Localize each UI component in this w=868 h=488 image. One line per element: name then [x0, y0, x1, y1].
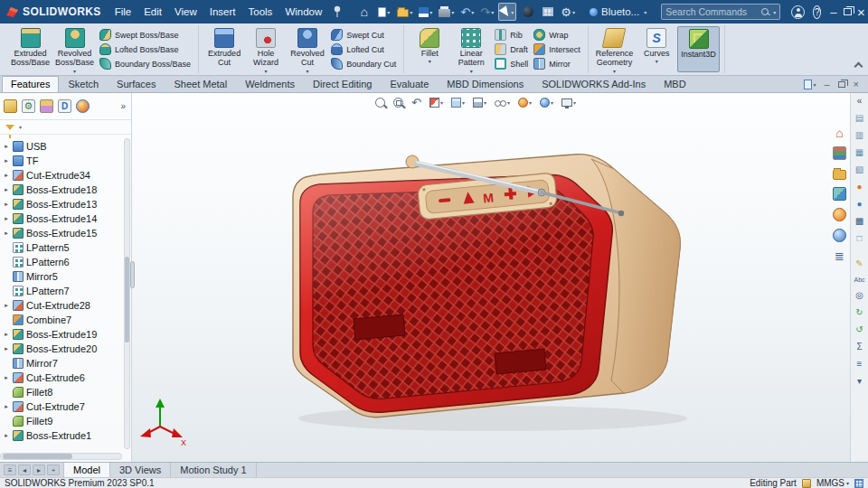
mirror-button[interactable]: Mirror	[533, 58, 580, 70]
tree-item-lpattern6[interactable]: LPattern6	[3, 255, 129, 269]
tree-filter-row[interactable]: ▾	[0, 120, 131, 135]
tree-item-tf[interactable]: ▸TF	[3, 154, 129, 168]
file-properties-button[interactable]	[539, 3, 556, 21]
tree-item-boss-extrude13[interactable]: ▸Boss-Extrude13	[3, 197, 129, 211]
chevron-down-icon[interactable]: ▾	[857, 377, 862, 386]
graphics-area[interactable]: M X ↶▾▾▾▾▾▾▾ ⚙D»	[0, 93, 868, 462]
boundary-boss-base-button[interactable]: Boundary Boss/Base	[99, 58, 191, 70]
restore-button[interactable]	[840, 0, 854, 23]
doc-close-button[interactable]: ×	[854, 80, 859, 89]
menu-edit[interactable]: Edit	[137, 3, 168, 21]
extruded-boss-base-button[interactable]: Extruded Boss/Base	[8, 26, 52, 72]
select-button[interactable]: ▾	[498, 3, 516, 21]
tree-item-usb[interactable]: ▸USB	[3, 139, 129, 154]
apply-scene-icon[interactable]: ▾	[540, 98, 553, 108]
scrollbar-thumb[interactable]	[3, 454, 72, 459]
search-input[interactable]	[665, 6, 760, 17]
previous-view-icon[interactable]: ↶	[411, 97, 421, 108]
magnifier-icon[interactable]: ◎	[855, 291, 863, 300]
tree-item-fillet9[interactable]: Fillet9	[3, 414, 129, 428]
help-icon[interactable]: ?	[813, 5, 821, 19]
menu-view[interactable]: View	[168, 3, 203, 21]
undo-button[interactable]: ↶▾	[458, 3, 476, 21]
tree-item-boss-extrude15[interactable]: ▸Boss-Extrude15	[3, 226, 129, 240]
menu-file[interactable]: File	[108, 3, 138, 21]
edit-appearance-icon[interactable]: ▾	[518, 98, 532, 108]
tab-direct-editing[interactable]: Direct Editing	[304, 76, 381, 92]
pin-icon[interactable]	[333, 5, 342, 18]
tree-item-lpattern7[interactable]: LPattern7	[3, 284, 129, 298]
revolved-cut-button[interactable]: Revolved Cut▾	[287, 26, 328, 72]
file-explorer-icon[interactable]	[833, 167, 846, 180]
grid-icon[interactable]: ▦	[855, 148, 863, 157]
linear-pattern-button[interactable]: Linear Pattern▾	[450, 26, 492, 72]
table-icon[interactable]: ▩	[855, 217, 863, 226]
draft-button[interactable]: Draft	[495, 43, 528, 56]
section-view-icon[interactable]: ▾	[429, 98, 443, 108]
wrap-button[interactable]: Wrap	[533, 29, 580, 42]
list-icon[interactable]: ≡	[857, 360, 863, 369]
configurationmanager-tab-icon[interactable]	[40, 99, 53, 113]
tab-features[interactable]: Features	[2, 76, 59, 92]
hole-wizard-button[interactable]: Hole Wizard▾	[245, 26, 287, 72]
tree-item-fillet8[interactable]: Fillet8	[3, 385, 129, 399]
rib-button[interactable]: Rib	[495, 29, 528, 42]
collapse-strip-icon[interactable]: «	[857, 96, 863, 106]
tab-scroll-right-icon[interactable]: ▸	[33, 465, 45, 475]
tab-surfaces[interactable]: Surfaces	[108, 76, 165, 92]
tab-sheet-metal[interactable]: Sheet Metal	[165, 76, 236, 92]
intersect-button[interactable]: Intersect	[533, 43, 580, 56]
custom-properties-icon[interactable]: ≣	[833, 249, 846, 263]
rebuild-button[interactable]	[519, 3, 536, 21]
doc-minimize-button[interactable]: –	[824, 80, 829, 89]
print-button[interactable]: ▾	[437, 3, 456, 21]
tree-item-mirror7[interactable]: Mirror7	[3, 356, 129, 371]
tree-vertical-scrollbar[interactable]	[124, 138, 130, 449]
units-selector[interactable]: MMGS ▾	[816, 479, 849, 488]
display-style-icon[interactable]: ▾	[473, 98, 486, 108]
tree-item-cut-extrude34[interactable]: ▸Cut-Extrude34	[3, 168, 129, 183]
propertymanager-tab-icon[interactable]: ⚙	[22, 99, 35, 113]
chart-icon[interactable]: ▧	[855, 165, 863, 174]
hide-show-items-icon[interactable]: ▾	[495, 99, 510, 106]
save-button[interactable]: ▾	[417, 3, 434, 21]
tree-item-mirror5[interactable]: Mirror5	[3, 269, 129, 284]
scrollbar-thumb[interactable]	[125, 257, 129, 343]
bluetooth-menu[interactable]: Blueto... ▾	[590, 6, 646, 17]
tree-item-lpattern5[interactable]: LPattern5	[3, 240, 129, 255]
lofted-cut-button[interactable]: Lofted Cut	[331, 43, 396, 56]
options-button[interactable]: ⚙▾	[559, 3, 577, 21]
tab-scroll-left-icon[interactable]: ◂	[18, 465, 31, 475]
tree-item-boss-extrude20[interactable]: ▸Boss-Extrude20	[3, 342, 129, 356]
panel-splitter-handle[interactable]	[130, 261, 135, 288]
spellcheck-icon[interactable]: Abc	[854, 277, 864, 283]
bottom-tab-3d-views[interactable]: 3D Views	[110, 463, 171, 477]
revolved-boss-base-button[interactable]: Revolved Boss/Base▾	[52, 26, 97, 72]
featuremanager-tab-icon[interactable]	[4, 99, 17, 113]
doc-restore-button[interactable]	[838, 81, 845, 88]
zoom-area-icon[interactable]	[393, 98, 403, 108]
extruded-cut-button[interactable]: Extruded Cut	[203, 26, 245, 72]
tree-item-boss-extrude14[interactable]: ▸Boss-Extrude14	[3, 211, 129, 226]
fillet-button[interactable]: Fillet▾	[409, 26, 450, 72]
minimize-button[interactable]: –	[826, 0, 840, 23]
view-palette-icon[interactable]	[833, 187, 846, 201]
pencil-icon[interactable]: ✎	[855, 259, 863, 268]
collapse-ribbon-icon[interactable]	[854, 62, 863, 71]
tree-header-overflow-icon[interactable]: »	[120, 101, 126, 111]
doc-menu-icon[interactable]: ▾	[804, 80, 816, 89]
tab-mbd[interactable]: MBD	[655, 76, 694, 92]
scenes-icon[interactable]	[833, 229, 846, 242]
tree-item-combine7[interactable]: Combine7	[3, 313, 129, 327]
appearances-icon[interactable]	[833, 208, 846, 221]
sync-icon[interactable]: ↺	[855, 325, 863, 334]
menu-insert[interactable]: Insert	[203, 3, 242, 21]
view-settings-icon[interactable]: ▾	[561, 99, 576, 107]
tree-item-boss-extrude18[interactable]: ▸Boss-Extrude18	[3, 183, 129, 197]
tree-item-cut-extrude7[interactable]: ▸Cut-Extrude7	[3, 399, 129, 414]
displaymanager-tab-icon[interactable]	[76, 99, 90, 113]
sheet-icon[interactable]: ▤	[855, 114, 863, 123]
dimxpertmanager-tab-icon[interactable]: D	[58, 99, 71, 113]
design-library-icon[interactable]	[833, 146, 846, 160]
search-commands[interactable]: ▾	[661, 4, 780, 20]
